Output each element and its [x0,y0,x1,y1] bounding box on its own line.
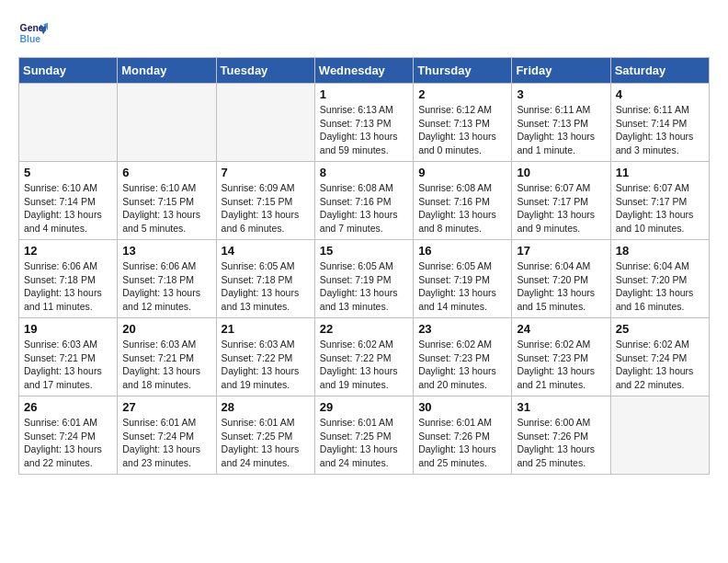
calendar-cell: 20Sunrise: 6:03 AMSunset: 7:21 PMDayligh… [118,318,216,396]
day-number: 25 [616,322,704,336]
calendar-cell: 17Sunrise: 6:04 AMSunset: 7:20 PMDayligh… [512,240,610,318]
day-number: 8 [320,166,408,179]
day-number: 17 [517,244,605,258]
day-number: 4 [616,87,704,101]
week-row-4: 19Sunrise: 6:03 AMSunset: 7:21 PMDayligh… [19,318,710,396]
day-info: Sunrise: 6:04 AMSunset: 7:20 PMDaylight:… [616,259,704,314]
day-info: Sunrise: 6:02 AMSunset: 7:24 PMDaylight:… [616,338,704,392]
day-info: Sunrise: 6:03 AMSunset: 7:22 PMDaylight:… [222,338,310,392]
calendar-cell: 12Sunrise: 6:06 AMSunset: 7:18 PMDayligh… [19,240,118,318]
calendar-cell: 1Sunrise: 6:13 AMSunset: 7:13 PMDaylight… [314,84,413,162]
weekday-header-thursday: Thursday [414,58,512,84]
calendar-cell: 28Sunrise: 6:01 AMSunset: 7:25 PMDayligh… [216,396,314,475]
header: General Blue [18,18,710,48]
weekday-header-wednesday: Wednesday [314,58,413,84]
day-number: 22 [320,322,408,336]
calendar-cell: 29Sunrise: 6:01 AMSunset: 7:25 PMDayligh… [314,396,413,475]
calendar-cell: 24Sunrise: 6:02 AMSunset: 7:23 PMDayligh… [512,318,610,396]
calendar-cell: 18Sunrise: 6:04 AMSunset: 7:20 PMDayligh… [610,240,709,318]
day-number: 28 [222,400,310,414]
day-info: Sunrise: 6:11 AMSunset: 7:13 PMDaylight:… [517,103,605,157]
day-number: 9 [418,166,506,179]
day-info: Sunrise: 6:11 AMSunset: 7:14 PMDaylight:… [616,103,704,157]
day-number: 11 [616,166,704,179]
week-row-5: 26Sunrise: 6:01 AMSunset: 7:24 PMDayligh… [19,396,710,475]
day-info: Sunrise: 6:02 AMSunset: 7:22 PMDaylight:… [320,338,408,392]
calendar-cell: 23Sunrise: 6:02 AMSunset: 7:23 PMDayligh… [414,318,512,396]
calendar-cell: 11Sunrise: 6:07 AMSunset: 7:17 PMDayligh… [610,162,709,240]
day-number: 6 [122,166,210,179]
day-number: 14 [222,244,310,258]
calendar-cell: 8Sunrise: 6:08 AMSunset: 7:16 PMDaylight… [314,162,413,240]
week-row-2: 5Sunrise: 6:10 AMSunset: 7:14 PMDaylight… [19,162,710,240]
svg-text:Blue: Blue [20,34,41,44]
calendar-cell: 7Sunrise: 6:09 AMSunset: 7:15 PMDaylight… [216,162,314,240]
calendar-cell: 31Sunrise: 6:00 AMSunset: 7:26 PMDayligh… [512,396,610,475]
day-number: 29 [320,400,408,414]
calendar-cell: 27Sunrise: 6:01 AMSunset: 7:24 PMDayligh… [118,396,216,475]
calendar-cell: 9Sunrise: 6:08 AMSunset: 7:16 PMDaylight… [414,162,512,240]
day-number: 10 [517,166,605,179]
calendar-cell: 6Sunrise: 6:10 AMSunset: 7:15 PMDaylight… [118,162,216,240]
day-info: Sunrise: 6:03 AMSunset: 7:21 PMDaylight:… [24,338,112,392]
weekday-header-saturday: Saturday [610,58,709,84]
day-info: Sunrise: 6:03 AMSunset: 7:21 PMDaylight:… [122,338,210,392]
day-number: 1 [320,87,408,101]
day-info: Sunrise: 6:01 AMSunset: 7:25 PMDaylight:… [222,416,310,470]
day-number: 27 [122,400,210,414]
calendar-cell: 21Sunrise: 6:03 AMSunset: 7:22 PMDayligh… [216,318,314,396]
day-info: Sunrise: 6:06 AMSunset: 7:18 PMDaylight:… [122,259,210,314]
calendar-cell: 30Sunrise: 6:01 AMSunset: 7:26 PMDayligh… [414,396,512,475]
day-number: 16 [418,244,506,258]
day-number: 31 [517,400,605,414]
day-info: Sunrise: 6:02 AMSunset: 7:23 PMDaylight:… [418,338,506,392]
day-info: Sunrise: 6:06 AMSunset: 7:18 PMDaylight:… [24,259,112,314]
calendar-cell: 5Sunrise: 6:10 AMSunset: 7:14 PMDaylight… [19,162,118,240]
day-info: Sunrise: 6:05 AMSunset: 7:18 PMDaylight:… [222,259,310,314]
logo-icon: General Blue [18,18,48,48]
page: General Blue SundayMondayTuesdayWednesda… [0,0,728,484]
day-info: Sunrise: 6:04 AMSunset: 7:20 PMDaylight:… [517,259,605,314]
calendar-cell [19,84,118,162]
day-info: Sunrise: 6:07 AMSunset: 7:17 PMDaylight:… [616,181,704,236]
weekday-header-tuesday: Tuesday [216,58,314,84]
day-number: 19 [24,322,112,336]
day-number: 5 [24,166,112,179]
calendar-cell: 26Sunrise: 6:01 AMSunset: 7:24 PMDayligh… [19,396,118,475]
day-info: Sunrise: 6:08 AMSunset: 7:16 PMDaylight:… [320,181,408,236]
day-info: Sunrise: 6:01 AMSunset: 7:24 PMDaylight:… [122,416,210,470]
day-info: Sunrise: 6:09 AMSunset: 7:15 PMDaylight:… [222,181,310,236]
day-info: Sunrise: 6:00 AMSunset: 7:26 PMDaylight:… [517,416,605,470]
day-info: Sunrise: 6:01 AMSunset: 7:25 PMDaylight:… [320,416,408,470]
calendar-cell: 25Sunrise: 6:02 AMSunset: 7:24 PMDayligh… [610,318,709,396]
day-info: Sunrise: 6:05 AMSunset: 7:19 PMDaylight:… [418,259,506,314]
day-info: Sunrise: 6:01 AMSunset: 7:24 PMDaylight:… [24,416,112,470]
week-row-3: 12Sunrise: 6:06 AMSunset: 7:18 PMDayligh… [19,240,710,318]
calendar-cell: 15Sunrise: 6:05 AMSunset: 7:19 PMDayligh… [314,240,413,318]
day-info: Sunrise: 6:10 AMSunset: 7:14 PMDaylight:… [24,181,112,236]
weekday-header-friday: Friday [512,58,610,84]
logo: General Blue [18,18,51,48]
day-info: Sunrise: 6:12 AMSunset: 7:13 PMDaylight:… [418,103,506,157]
day-number: 18 [616,244,704,258]
weekday-header-sunday: Sunday [19,58,118,84]
day-info: Sunrise: 6:02 AMSunset: 7:23 PMDaylight:… [517,338,605,392]
calendar-table: SundayMondayTuesdayWednesdayThursdayFrid… [18,57,710,475]
day-number: 23 [418,322,506,336]
day-number: 2 [418,87,506,101]
day-info: Sunrise: 6:01 AMSunset: 7:26 PMDaylight:… [418,416,506,470]
week-row-1: 1Sunrise: 6:13 AMSunset: 7:13 PMDaylight… [19,84,710,162]
calendar-cell: 14Sunrise: 6:05 AMSunset: 7:18 PMDayligh… [216,240,314,318]
day-info: Sunrise: 6:10 AMSunset: 7:15 PMDaylight:… [122,181,210,236]
calendar-cell: 4Sunrise: 6:11 AMSunset: 7:14 PMDaylight… [610,84,709,162]
day-number: 3 [517,87,605,101]
calendar-cell [118,84,216,162]
weekday-header-monday: Monday [118,58,216,84]
day-number: 30 [418,400,506,414]
calendar-cell: 10Sunrise: 6:07 AMSunset: 7:17 PMDayligh… [512,162,610,240]
day-number: 20 [122,322,210,336]
calendar-cell: 22Sunrise: 6:02 AMSunset: 7:22 PMDayligh… [314,318,413,396]
day-info: Sunrise: 6:07 AMSunset: 7:17 PMDaylight:… [517,181,605,236]
calendar-cell: 3Sunrise: 6:11 AMSunset: 7:13 PMDaylight… [512,84,610,162]
weekday-header-row: SundayMondayTuesdayWednesdayThursdayFrid… [19,58,710,84]
